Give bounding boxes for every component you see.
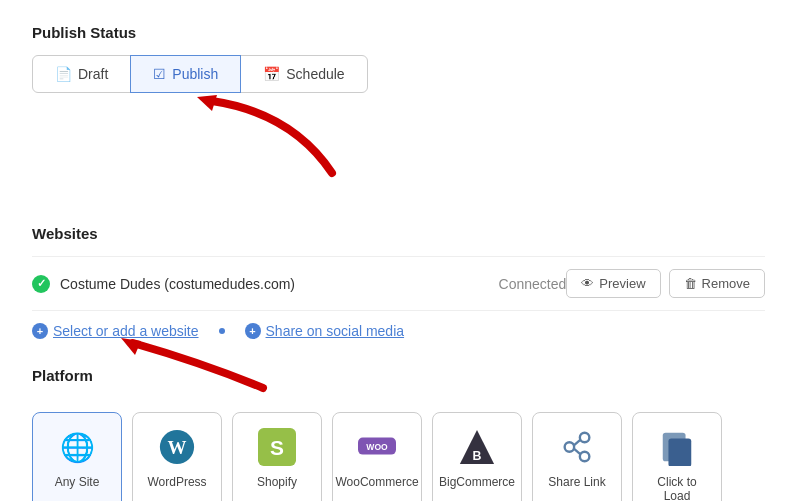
svg-line-13 xyxy=(574,439,581,445)
svg-marker-0 xyxy=(197,95,217,111)
svg-line-14 xyxy=(574,449,581,455)
platform-section: Platform 🌐 Any Site W WordPress xyxy=(32,367,765,501)
platform-title-row: Platform xyxy=(32,367,765,398)
draft-button[interactable]: 📄 Draft xyxy=(32,55,131,93)
woocommerce-icon: WOO xyxy=(357,427,397,467)
share-link-label: Share Link xyxy=(548,475,605,489)
eye-icon: 👁 xyxy=(581,276,594,291)
platform-grid: 🌐 Any Site W WordPress S Shopify xyxy=(32,412,765,501)
click-to-load-icon xyxy=(657,427,697,467)
platform-any-site[interactable]: 🌐 Any Site xyxy=(32,412,122,501)
publish-arrow-annotation xyxy=(32,93,765,193)
publish-button[interactable]: ☑ Publish xyxy=(130,55,241,93)
share-link-icon xyxy=(557,427,597,467)
publish-status-title: Publish Status xyxy=(32,24,765,41)
shopify-label: Shopify xyxy=(257,475,297,489)
schedule-label: Schedule xyxy=(286,66,344,82)
any-site-icon: 🌐 xyxy=(57,427,97,467)
svg-text:S: S xyxy=(270,436,284,459)
platform-bigcommerce[interactable]: B BigCommerce xyxy=(432,412,522,501)
woocommerce-label: WooCommerce xyxy=(335,475,418,489)
platform-woocommerce[interactable]: WOO WooCommerce xyxy=(332,412,422,501)
platform-wordpress[interactable]: W WordPress xyxy=(132,412,222,501)
website-actions: 👁 Preview 🗑 Remove xyxy=(566,269,765,298)
svg-text:B: B xyxy=(473,449,482,463)
publish-label: Publish xyxy=(172,66,218,82)
website-status-dot xyxy=(32,275,50,293)
website-name: Costume Dudes (costumedudes.com) xyxy=(60,276,483,292)
preview-label: Preview xyxy=(599,276,645,291)
share-social-label: Share on social media xyxy=(266,323,405,339)
bigcommerce-icon: B xyxy=(457,427,497,467)
publish-status-section: Publish Status 📄 Draft ☑ Publish 📅 Sched… xyxy=(32,24,765,193)
websites-section: Websites Costume Dudes (costumedudes.com… xyxy=(32,225,765,339)
publish-icon: ☑ xyxy=(153,66,166,82)
svg-rect-16 xyxy=(668,438,691,466)
websites-title: Websites xyxy=(32,225,765,242)
svg-text:W: W xyxy=(168,437,187,458)
draft-label: Draft xyxy=(78,66,108,82)
platform-shopify[interactable]: S Shopify xyxy=(232,412,322,501)
click-to-load-label: Click to Load xyxy=(643,475,711,501)
add-icon: + xyxy=(32,323,48,339)
wordpress-label: WordPress xyxy=(147,475,206,489)
svg-point-12 xyxy=(580,452,590,462)
website-connected-status: Connected xyxy=(483,276,567,292)
svg-text:WOO: WOO xyxy=(366,442,388,452)
remove-button[interactable]: 🗑 Remove xyxy=(669,269,765,298)
remove-label: Remove xyxy=(702,276,750,291)
shopify-icon: S xyxy=(257,427,297,467)
schedule-button[interactable]: 📅 Schedule xyxy=(240,55,367,93)
svg-point-11 xyxy=(565,442,575,452)
svg-point-10 xyxy=(580,433,590,443)
schedule-icon: 📅 xyxy=(263,66,280,82)
publish-button-group: 📄 Draft ☑ Publish 📅 Schedule xyxy=(32,55,765,93)
platform-share-link[interactable]: Share Link xyxy=(532,412,622,501)
platform-click-to-load[interactable]: Click to Load xyxy=(632,412,722,501)
bigcommerce-label: BigCommerce xyxy=(439,475,515,489)
draft-icon: 📄 xyxy=(55,66,72,82)
any-site-label: Any Site xyxy=(55,475,100,489)
website-row: Costume Dudes (costumedudes.com) Connect… xyxy=(32,256,765,311)
preview-button[interactable]: 👁 Preview xyxy=(566,269,660,298)
wordpress-icon: W xyxy=(157,427,197,467)
trash-icon: 🗑 xyxy=(684,276,697,291)
